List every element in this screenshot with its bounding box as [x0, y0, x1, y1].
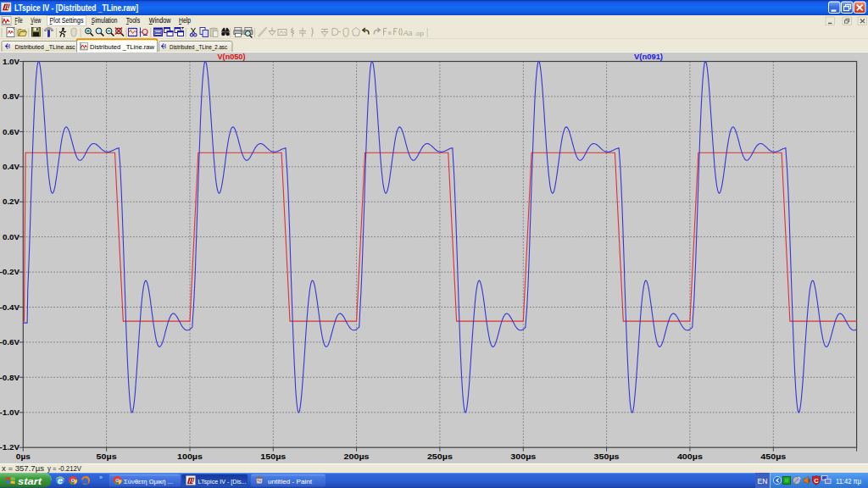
svg-text:-0.4V: -0.4V [0, 303, 19, 312]
svg-text:.op: .op [415, 30, 425, 37]
svg-text:0.2V: 0.2V [3, 197, 19, 206]
svg-text:V(n091): V(n091) [634, 53, 663, 61]
svg-text:Aa: Aa [402, 29, 412, 37]
svg-text:start: start [18, 476, 42, 486]
svg-text:-0.2V: -0.2V [0, 268, 19, 276]
svg-text:Help: Help [179, 16, 191, 25]
svg-text:400µs: 400µs [677, 452, 703, 461]
svg-text:350µs: 350µs [594, 452, 620, 461]
svg-text:0µs: 0µs [16, 452, 31, 461]
svg-text:LTspice IV - [Distributed _TLi: LTspice IV - [Distributed _TLine.raw] [14, 3, 138, 13]
svg-text:Distributed _TLine_2.asc: Distributed _TLine_2.asc [170, 43, 227, 51]
svg-text:Plot Settings: Plot Settings [50, 16, 84, 25]
svg-text:LTspice IV - [Dis...: LTspice IV - [Dis... [198, 478, 247, 485]
svg-text:11:42 πμ: 11:42 πμ [836, 477, 861, 485]
svg-text:C: C [814, 477, 819, 485]
svg-text:View: View [31, 16, 41, 25]
svg-text:0.8V: 0.8V [3, 92, 19, 101]
svg-text:0.6V: 0.6V [3, 128, 19, 136]
svg-text:»: » [99, 474, 103, 480]
svg-text:150µs: 150µs [260, 452, 286, 461]
svg-text:-1.0V: -1.0V [0, 408, 19, 417]
svg-text:-0.8V: -0.8V [0, 374, 19, 382]
svg-text:V(n050): V(n050) [218, 53, 246, 61]
svg-text:200µs: 200µs [344, 452, 370, 461]
svg-text:Distributed _TLine.raw: Distributed _TLine.raw [90, 43, 154, 51]
svg-text:-0.6V: -0.6V [0, 338, 19, 347]
svg-text:1.0V: 1.0V [3, 58, 19, 66]
svg-text:y = -0.212V: y = -0.212V [47, 464, 81, 473]
svg-text:Distributed _TLine.asc: Distributed _TLine.asc [15, 43, 75, 51]
svg-text:300µs: 300µs [510, 452, 536, 461]
svg-text:250µs: 250µs [427, 452, 453, 461]
svg-text:Window: Window [149, 16, 171, 25]
svg-text:EN: EN [758, 477, 768, 485]
svg-text:0.4V: 0.4V [3, 163, 19, 171]
svg-text:-1.2V: -1.2V [0, 443, 19, 452]
svg-text:0.0V: 0.0V [3, 233, 19, 241]
svg-text:100µs: 100µs [177, 452, 203, 461]
svg-text:Tools: Tools [126, 16, 141, 25]
svg-text:File: File [15, 16, 23, 25]
svg-text:Σύνθετη Ωμική ...: Σύνθετη Ωμική ... [124, 478, 173, 485]
svg-text:450µs: 450µs [760, 452, 786, 461]
svg-text:untitled - Paint: untitled - Paint [268, 478, 313, 485]
svg-text:x = 357.7µs: x = 357.7µs [2, 464, 45, 473]
svg-text:Simulation: Simulation [92, 16, 118, 25]
svg-text:50µs: 50µs [97, 452, 117, 461]
